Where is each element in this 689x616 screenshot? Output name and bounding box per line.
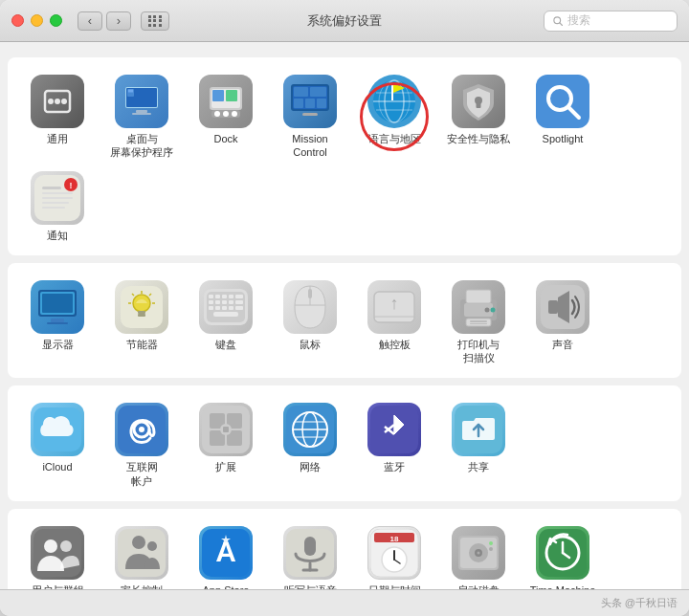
pref-energy[interactable]: 节能器: [100, 275, 184, 371]
startup-icon: [452, 526, 505, 580]
svg-point-15: [214, 111, 220, 117]
timemachine-label: Time Machine: [530, 583, 596, 589]
pref-mouse[interactable]: 鼠标: [268, 275, 352, 371]
pref-trackpad[interactable]: ↑ 触控板: [352, 275, 436, 371]
pref-mission[interactable]: MissionControl: [268, 69, 352, 165]
svg-rect-78: [229, 306, 233, 310]
svg-point-121: [147, 541, 157, 551]
pref-keyboard[interactable]: 键盘: [184, 275, 268, 371]
maximize-button[interactable]: [50, 14, 62, 27]
pref-spotlight[interactable]: Spotlight: [521, 69, 605, 165]
svg-rect-80: [213, 312, 238, 317]
svg-rect-81: [308, 289, 312, 298]
pref-sound[interactable]: 声音: [521, 275, 605, 371]
pref-desktop[interactable]: 桌面与屏幕保护程序: [100, 69, 184, 165]
pref-notify[interactable]: ! 通知: [15, 165, 100, 248]
sharing-label: 共享: [468, 460, 489, 473]
printer-icon: [452, 280, 505, 334]
bottom-bar: 头条 @千秋日语: [0, 589, 689, 616]
extensions-icon: [199, 403, 253, 456]
forward-button[interactable]: ›: [106, 11, 131, 31]
svg-text:!: !: [70, 181, 73, 190]
svg-rect-125: [304, 537, 316, 556]
mouse-icon: [283, 280, 337, 334]
svg-rect-44: [42, 197, 73, 199]
svg-rect-19: [226, 90, 237, 101]
mission-icon: [283, 75, 337, 128]
svg-text:18: 18: [390, 535, 399, 543]
search-placeholder: 搜索: [567, 12, 590, 29]
pref-sharing[interactable]: 共享: [436, 397, 521, 494]
svg-text:↑: ↑: [390, 294, 399, 313]
search-box[interactable]: 搜索: [544, 11, 678, 32]
pref-internet[interactable]: 互联网帐户: [100, 397, 184, 494]
close-button[interactable]: [11, 14, 24, 27]
pref-security[interactable]: 安全性与隐私: [436, 69, 521, 165]
pref-datetime[interactable]: 18 日期与时间: [352, 520, 436, 589]
tongyong-label: 通用: [47, 132, 68, 145]
pref-extensions[interactable]: 扩展: [184, 397, 268, 494]
bluetooth-icon: [367, 403, 421, 456]
spotlight-icon: [536, 75, 589, 128]
svg-point-120: [132, 536, 145, 549]
pref-icloud[interactable]: iCloud: [15, 397, 100, 494]
pref-startup[interactable]: 启动磁盘: [436, 520, 521, 589]
svg-rect-34: [391, 83, 393, 100]
pref-users[interactable]: 用户与群组: [15, 520, 100, 589]
svg-rect-22: [294, 87, 308, 97]
svg-rect-68: [229, 295, 233, 298]
svg-rect-25: [305, 99, 315, 108]
nav-buttons: ‹ ›: [78, 11, 169, 31]
network-label: 网络: [300, 460, 321, 473]
pref-dictation[interactable]: 听写与语音: [268, 520, 352, 589]
notify-icon: !: [31, 171, 84, 225]
mouse-label: 鼠标: [300, 338, 321, 351]
pref-bluetooth[interactable]: 蓝牙: [352, 397, 436, 494]
network-icon: [283, 403, 337, 456]
grid-icon: [148, 15, 163, 27]
pref-printer[interactable]: 打印机与扫描仪: [436, 275, 521, 371]
svg-rect-53: [47, 322, 68, 324]
back-button[interactable]: ‹: [78, 11, 102, 31]
svg-point-98: [139, 427, 144, 432]
parental-label: 家长控制: [121, 583, 163, 589]
svg-point-91: [485, 307, 490, 312]
svg-point-16: [223, 111, 229, 117]
users-icon: [31, 526, 84, 580]
svg-rect-71: [215, 300, 220, 304]
svg-rect-46: [42, 207, 65, 209]
svg-rect-90: [470, 323, 487, 324]
pref-display[interactable]: 显示器: [15, 275, 100, 371]
svg-rect-9: [132, 113, 151, 115]
system-preferences-window: ‹ › 系统偏好设置 搜索: [0, 0, 689, 616]
printer-label: 打印机与扫描仪: [457, 338, 500, 365]
extensions-label: 扩展: [215, 460, 236, 473]
minimize-button[interactable]: [31, 14, 43, 27]
language-label: 语言与地区: [368, 132, 421, 145]
svg-rect-8: [136, 110, 147, 113]
svg-rect-74: [235, 300, 243, 304]
grid-view-button[interactable]: [141, 11, 169, 31]
bluetooth-label: 蓝牙: [384, 460, 405, 473]
sharing-icon: [452, 403, 505, 456]
desktop-icon: [115, 75, 168, 128]
pref-parental[interactable]: 家长控制: [100, 520, 184, 589]
svg-rect-67: [222, 295, 227, 298]
sound-label: 声音: [552, 338, 573, 351]
pref-tongyong[interactable]: 通用: [15, 69, 100, 165]
svg-rect-119: [118, 529, 166, 577]
dock-label: Dock: [213, 132, 237, 145]
pref-network[interactable]: 网络: [268, 397, 352, 494]
svg-rect-69: [235, 295, 243, 298]
pref-appstore[interactable]: A App Store: [184, 520, 268, 589]
language-icon: [367, 75, 421, 128]
svg-rect-42: [42, 187, 61, 189]
pref-language[interactable]: 语言与地区: [352, 69, 436, 165]
svg-rect-26: [317, 99, 326, 108]
svg-point-4: [55, 99, 60, 104]
svg-rect-18: [212, 90, 224, 101]
section-system: 用户与群组 家长控制: [8, 509, 681, 589]
pref-timemachine[interactable]: Time Machine: [521, 520, 605, 589]
icloud-label: iCloud: [42, 460, 72, 473]
pref-dock[interactable]: Dock: [184, 69, 268, 165]
